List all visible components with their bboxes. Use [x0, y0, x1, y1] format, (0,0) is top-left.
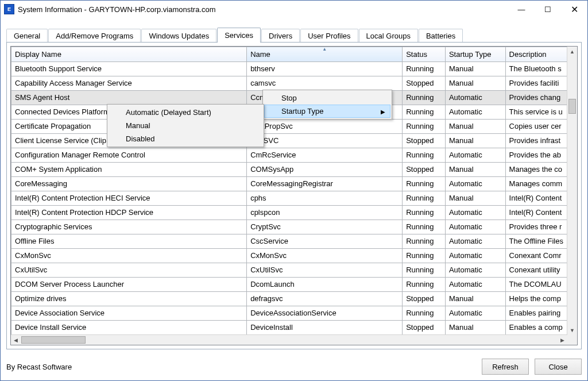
tab-batteries[interactable]: Batteries	[419, 29, 463, 43]
refresh-button[interactable]: Refresh	[482, 359, 529, 375]
table-row[interactable]: Optimize drivesdefragsvcStoppedManualHel…	[11, 292, 567, 306]
table-row[interactable]: Configuration Manager Remote ControlCmRc…	[11, 148, 567, 163]
cell-name: cphs	[247, 191, 403, 206]
cell-display: Intel(R) Content Protection HECI Service	[11, 191, 247, 206]
table-row[interactable]: CoreMessagingCoreMessagingRegistrarRunni…	[11, 177, 567, 191]
cell-desc: Intel(R) Content	[505, 191, 567, 206]
tab-local-groups[interactable]: Local Groups	[359, 29, 418, 43]
tab-drivers[interactable]: Drivers	[261, 29, 300, 43]
scroll-corner	[567, 335, 577, 345]
cell-display: Capability Access Manager Service	[11, 76, 247, 91]
cell-name: CxUtilSvc	[247, 263, 403, 278]
horizontal-scrollbar[interactable]: ◀ ▶	[11, 334, 567, 345]
cell-name: defragsvc	[247, 292, 403, 306]
col-startup-type[interactable]: Startup Type	[445, 47, 505, 62]
hscroll-thumb[interactable]	[21, 336, 86, 344]
cell-name: ClipSVC	[247, 134, 403, 148]
close-button[interactable]: Close	[535, 359, 582, 375]
cell-desc: Enables pairing	[505, 306, 567, 321]
table-row[interactable]: CxMonSvcCxMonSvcRunningAutomaticConexant…	[11, 249, 567, 263]
col-name[interactable]: ▲Name	[247, 47, 403, 62]
minimize-button[interactable]: —	[508, 1, 535, 18]
table-row[interactable]: DCOM Server Process LauncherDcomLaunchRu…	[11, 278, 567, 292]
close-window-button[interactable]: ✕	[561, 1, 587, 18]
tab-general[interactable]: General	[6, 29, 48, 43]
ctx-startup-type[interactable]: Startup Type ▶	[264, 105, 390, 118]
table-row[interactable]: Bluetooth Support ServicebthservRunningM…	[11, 62, 567, 76]
table-row[interactable]: CxUtilSvcCxUtilSvcRunningAutomaticConexa…	[11, 263, 567, 278]
cell-startup: Manual	[445, 134, 505, 148]
vertical-scrollbar[interactable]: ▲ ▼	[567, 47, 577, 335]
cell-display: DCOM Server Process Launcher	[11, 278, 247, 292]
cell-name: CxMonSvc	[247, 249, 403, 263]
cell-desc: Helps the comp	[505, 292, 567, 306]
table-row[interactable]: Intel(R) Content Protection HDCP Service…	[11, 206, 567, 220]
ctx-stop[interactable]: Stop	[264, 91, 390, 105]
cell-status: Running	[403, 234, 446, 249]
cell-status: Stopped	[403, 163, 446, 177]
cell-desc: This service is u	[505, 105, 567, 120]
tabstrip: GeneralAdd/Remove ProgramsWindows Update…	[6, 27, 582, 42]
table-row[interactable]: Client License Service (ClipSVC)ClipSVCS…	[11, 134, 567, 148]
cell-name: camsvc	[247, 76, 403, 91]
cell-desc: Provides the ab	[505, 148, 567, 163]
table-row[interactable]: Device Association ServiceDeviceAssociat…	[11, 306, 567, 321]
services-grid: Display Name ▲Name Status Startup Type D…	[10, 46, 578, 345]
cell-desc: The Offline Files	[505, 234, 567, 249]
cell-desc: Provides three r	[505, 220, 567, 234]
sort-ascending-icon: ▲	[322, 47, 327, 52]
cell-display: Optimize drives	[11, 292, 247, 306]
ctx-manual[interactable]: Manual	[109, 119, 262, 132]
ctx-automatic-delayed[interactable]: Automatic (Delayed Start)	[109, 106, 262, 119]
cell-desc: The Bluetooth s	[505, 62, 567, 76]
titlebar[interactable]: E System Information - GARYTOWN-HP.corp.…	[1, 1, 587, 18]
cell-display: Bluetooth Support Service	[11, 62, 247, 76]
cell-display: SMS Agent Host	[11, 91, 247, 105]
table-row[interactable]: Certificate PropagationCertPropSvcRunnin…	[11, 120, 567, 134]
cell-startup: Automatic	[445, 249, 505, 263]
scroll-down-icon[interactable]: ▼	[567, 325, 577, 335]
table-row[interactable]: COM+ System ApplicationCOMSysAppStoppedM…	[11, 163, 567, 177]
system-information-window: E System Information - GARYTOWN-HP.corp.…	[0, 0, 588, 381]
scroll-right-icon[interactable]: ▶	[558, 335, 567, 345]
tab-services[interactable]: Services	[217, 28, 261, 43]
cell-startup: Manual	[445, 321, 505, 335]
maximize-button[interactable]: ☐	[535, 1, 561, 18]
services-panel: Display Name ▲Name Status Startup Type D…	[6, 42, 582, 349]
ctx-disabled[interactable]: Disabled	[109, 132, 262, 145]
cell-status: Running	[403, 263, 446, 278]
col-display-name[interactable]: Display Name	[11, 47, 247, 62]
cell-display: CxUtilSvc	[11, 263, 247, 278]
cell-status: Stopped	[403, 76, 446, 91]
window-title: System Information - GARYTOWN-HP.corp.vi…	[18, 5, 216, 14]
tab-add-remove-programs[interactable]: Add/Remove Programs	[48, 29, 141, 43]
cell-display: Offline Files	[11, 234, 247, 249]
cell-status: Stopped	[403, 134, 446, 148]
cell-startup: Automatic	[445, 148, 505, 163]
table-row[interactable]: Intel(R) Content Protection HECI Service…	[11, 191, 567, 206]
table-row[interactable]: Cryptographic ServicesCryptSvcRunningAut…	[11, 220, 567, 234]
cell-startup: Manual	[445, 76, 505, 91]
tab-user-profiles[interactable]: User Profiles	[300, 29, 358, 43]
tab-windows-updates[interactable]: Windows Updates	[141, 29, 216, 43]
vscroll-thumb[interactable]	[568, 99, 576, 114]
col-status[interactable]: Status	[403, 47, 446, 62]
col-description[interactable]: Description	[505, 47, 567, 62]
cell-desc: Provides infrast	[505, 134, 567, 148]
cell-status: Running	[403, 191, 446, 206]
cell-desc: Enables a comp	[505, 321, 567, 335]
scroll-up-icon[interactable]: ▲	[567, 47, 577, 56]
scroll-left-icon[interactable]: ◀	[11, 335, 21, 345]
table-row[interactable]: Offline FilesCscServiceRunningAutomaticT…	[11, 234, 567, 249]
cell-desc: Copies user cer	[505, 120, 567, 134]
app-icon: E	[4, 4, 14, 14]
table-row[interactable]: Capability Access Manager ServicecamsvcS…	[11, 76, 567, 91]
maximize-icon: ☐	[544, 5, 551, 14]
cell-startup: Manual	[445, 292, 505, 306]
cell-status: Stopped	[403, 292, 446, 306]
cell-status: Running	[403, 249, 446, 263]
cell-desc: The DCOMLAU	[505, 278, 567, 292]
cell-display: COM+ System Application	[11, 163, 247, 177]
cell-desc: Provides faciliti	[505, 76, 567, 91]
table-row[interactable]: Device Install ServiceDeviceInstallStopp…	[11, 321, 567, 335]
